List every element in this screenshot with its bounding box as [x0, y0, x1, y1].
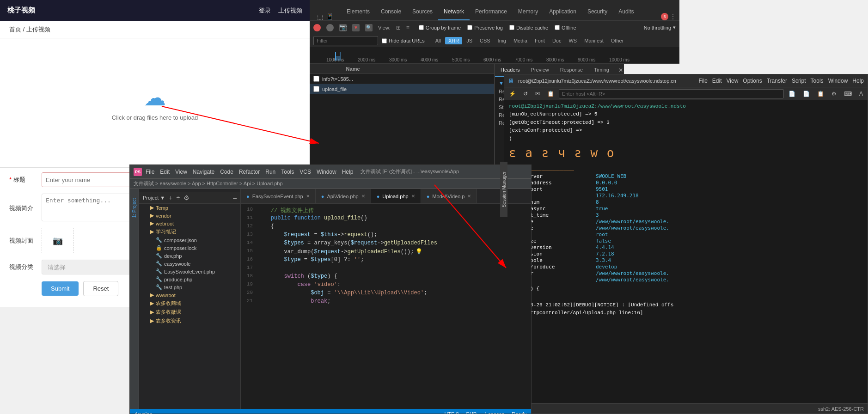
filter-ws[interactable]: WS [565, 37, 580, 44]
collapse-icon[interactable]: – [233, 194, 237, 201]
term-menu-tools[interactable]: Tools [811, 78, 824, 84]
file-dev-php[interactable]: 🔧 dev.php [139, 252, 240, 260]
term-icons-btn[interactable]: 📄 [786, 90, 798, 98]
session-manager-tab[interactable]: Session Manager [500, 162, 507, 217]
filter-media[interactable]: Media [510, 37, 531, 44]
tab-security[interactable]: Security [582, 4, 613, 20]
editor-tab-event[interactable]: ● EasySwooleEvent.php ✕ [241, 189, 316, 204]
term-settings-btn[interactable]: ⚙ [829, 90, 839, 98]
close-tab-upload[interactable]: ✕ [411, 194, 415, 199]
submit-button[interactable]: Submit [42, 281, 79, 296]
term-menu-script[interactable]: Script [792, 78, 806, 84]
split-icon[interactable]: ÷ [176, 194, 180, 201]
file-nongduo1[interactable]: ▶ 农多收商域 [139, 299, 240, 308]
camera-button[interactable]: 📷 [339, 24, 347, 31]
menu-refactor[interactable]: Refactor [239, 169, 260, 175]
upload-link[interactable]: 上传视频 [278, 6, 302, 15]
menu-file[interactable]: File [146, 169, 154, 175]
term-btn-2[interactable]: ↺ [520, 90, 531, 98]
menu-code[interactable]: Code [220, 169, 233, 175]
menu-run[interactable]: Run [265, 169, 275, 175]
filter-css[interactable]: CSS [477, 37, 494, 44]
search-button[interactable]: 🔍 [365, 24, 373, 31]
term-btn-1[interactable]: ⚡ [506, 90, 519, 98]
term-paste-btn[interactable]: 📋 [814, 90, 827, 98]
term-copy-btn[interactable]: 📄 [800, 90, 813, 98]
throttle-dropdown-icon[interactable]: ▾ [673, 24, 676, 30]
add-file-icon[interactable]: + [169, 194, 172, 201]
term-menu-transfer[interactable]: Transfer [767, 78, 787, 84]
filter-button[interactable]: ▼ [352, 24, 360, 31]
file-webroot[interactable]: ▶ webroot [139, 219, 240, 227]
preserve-log-option[interactable]: Preserve log [467, 25, 503, 30]
term-menu-view[interactable]: View [727, 78, 739, 84]
filter-input[interactable] [313, 36, 378, 45]
file-composer-json[interactable]: 🔧 composer.json [139, 236, 240, 244]
request-item-upload[interactable]: upload_file [310, 84, 494, 94]
file-test-php[interactable]: 🔧 test.php [139, 283, 240, 291]
menu-navigate[interactable]: Navigate [193, 169, 214, 175]
menu-help[interactable]: Help [342, 169, 354, 175]
tab-console[interactable]: Console [375, 4, 407, 20]
filter-js[interactable]: JS [463, 37, 476, 44]
file-xuexibiji[interactable]: ▶ 学习笔记 [139, 227, 240, 236]
offline-option[interactable]: Offline [555, 25, 576, 30]
close-tab-event[interactable]: ✕ [306, 194, 310, 199]
close-tab-video[interactable]: ✕ [361, 194, 365, 199]
menu-tools[interactable]: Tools [281, 169, 294, 175]
filter-font[interactable]: Font [532, 37, 548, 44]
tab-performance[interactable]: Performance [470, 4, 513, 20]
throttle-select[interactable]: No throttling ▾ [644, 24, 676, 30]
editor-tab-model[interactable]: ● Model\Video.p ✕ [421, 189, 477, 204]
term-btn-3[interactable]: ✉ [532, 90, 543, 98]
file-vendor[interactable]: ▶ vendor [139, 212, 240, 219]
filter-doc[interactable]: Doc [549, 37, 565, 44]
menu-edit[interactable]: Edit [160, 169, 170, 175]
request-checkbox-info[interactable] [313, 76, 319, 82]
term-menu-file[interactable]: File [699, 78, 708, 84]
group-by-frame-checkbox[interactable] [419, 25, 424, 30]
tab-elements[interactable]: Elements [341, 4, 375, 20]
editor-tab-video[interactable]: ● Api\Video.php ✕ [316, 189, 371, 204]
file-produce-php[interactable]: 🔧 produce.php [139, 275, 240, 283]
term-menu-edit[interactable]: Edit [712, 78, 722, 84]
term-keymap-btn[interactable]: ⌨ [841, 90, 855, 98]
term-menu-options[interactable]: Options [743, 78, 762, 84]
file-composer-lock[interactable]: 🔒 composer.lock [139, 244, 240, 252]
project-dropdown[interactable]: Project ▼ [143, 195, 165, 201]
login-link[interactable]: 登录 [259, 6, 271, 15]
file-easyswoole[interactable]: 🔧 easyswoole [139, 260, 240, 268]
detail-close-button[interactable]: ✕ [615, 67, 627, 73]
request-item-info[interactable]: info?t=1585... [310, 74, 494, 84]
term-btn-4[interactable]: 📋 [544, 90, 557, 98]
stop-button[interactable] [326, 24, 334, 31]
devtools-more-icon[interactable]: ⋮ [670, 13, 676, 20]
file-wwwroot[interactable]: ▶ wwwroot [139, 291, 240, 299]
tab-network[interactable]: Network [438, 4, 470, 20]
file-temp[interactable]: ▶ Temp [139, 204, 240, 212]
term-host-input[interactable] [559, 89, 784, 98]
term-menu-help[interactable]: Help [852, 78, 864, 84]
disable-cache-option[interactable]: Disable cache [509, 25, 548, 30]
device-icon[interactable]: 📱 [326, 13, 334, 20]
menu-vcs[interactable]: VCS [300, 169, 311, 175]
filter-manifest[interactable]: Manifest [581, 37, 607, 44]
list-view-icon[interactable]: ≡ [406, 24, 410, 31]
filter-other[interactable]: Other [608, 37, 627, 44]
disable-cache-checkbox[interactable] [509, 25, 514, 30]
record-button[interactable] [313, 24, 321, 31]
tab-audits[interactable]: Audits [613, 4, 639, 20]
filter-all[interactable]: All [432, 37, 444, 44]
request-checkbox-upload[interactable] [313, 86, 319, 92]
editor-tab-upload[interactable]: ● Upload.php ✕ [371, 189, 421, 204]
reset-button[interactable]: Reset [83, 281, 118, 296]
menu-view[interactable]: View [175, 169, 187, 175]
hide-data-urls-option[interactable]: Hide data URLs [382, 38, 425, 43]
filter-xhr[interactable]: XHR [445, 37, 462, 44]
group-by-frame-option[interactable]: Group by frame [419, 25, 461, 30]
preserve-log-checkbox[interactable] [467, 25, 472, 30]
filter-img[interactable]: Img [495, 37, 509, 44]
tab-application[interactable]: Application [544, 4, 582, 20]
tab-memory[interactable]: Memory [513, 4, 544, 20]
file-easyswoole-event[interactable]: 🔧 EasySwooleEvent.php [139, 268, 240, 275]
